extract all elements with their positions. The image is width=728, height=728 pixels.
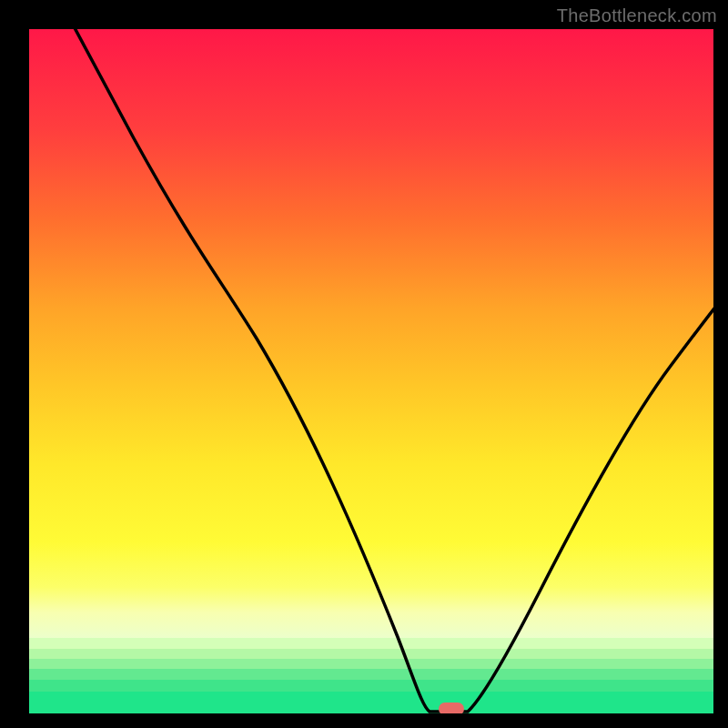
optimal-marker [439,703,464,713]
chart-frame: TheBottleneck.com [0,0,728,728]
curve-path [66,29,713,712]
plot-area [29,29,713,713]
watermark-text: TheBottleneck.com [557,5,717,26]
bottleneck-curve [29,29,713,713]
